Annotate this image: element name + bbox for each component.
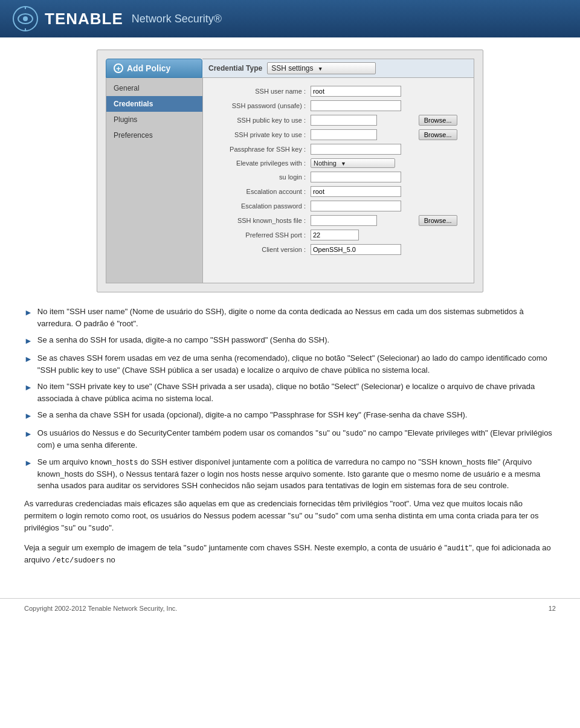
svg-point-2 — [23, 16, 28, 21]
input-su-login[interactable] — [311, 172, 401, 182]
code-known-hosts: known_hosts — [90, 459, 138, 467]
label-ssh-pubkey: SSH public key to use : — [211, 113, 308, 127]
label-su-login: su login : — [211, 170, 308, 184]
logo: TENABLE Network Security® — [12, 5, 222, 32]
credential-type-value: SSH settings — [271, 64, 313, 72]
add-policy-label: Add Policy — [127, 63, 170, 73]
sidebar-item-plugins[interactable]: Plugins — [106, 112, 202, 127]
bullet-text-3: Se as chaves SSH forem usadas em vez de … — [37, 352, 556, 376]
policy-sidebar: General Credentials Plugins Preferences — [106, 78, 203, 283]
footer-copyright: Copyright 2002-2012 Tenable Network Secu… — [24, 605, 177, 612]
ui-mockup: + Add Policy Credential Type SSH setting… — [97, 50, 483, 292]
input-known-hosts[interactable] — [311, 215, 377, 226]
code-su-1: su — [318, 430, 327, 438]
elevate-privileges-value: Nothing — [314, 159, 337, 167]
bullet-section: ► No item "SSH user name" (Nome de usuár… — [24, 306, 556, 567]
field-elevate: Elevate privileges with : Nothing ▼ — [211, 156, 465, 170]
input-passphrase[interactable] — [311, 144, 401, 155]
input-ssh-port[interactable] — [311, 230, 359, 240]
sidebar-item-general[interactable]: General — [106, 80, 202, 96]
add-policy-icon: + — [114, 63, 123, 73]
bullet-arrow-4: ► — [24, 381, 33, 394]
add-policy-header: + Add Policy — [106, 59, 202, 78]
field-client-version: Client version : — [211, 242, 465, 257]
logo-subtitle: Network Security® — [132, 13, 222, 25]
label-ssh-username: SSH user name : — [211, 84, 308, 98]
credential-type-arrow: ▼ — [318, 66, 323, 72]
bullet-list: ► No item "SSH user name" (Nome de usuár… — [24, 306, 556, 492]
browse-known-hosts-button[interactable]: Browse... — [419, 215, 457, 226]
input-ssh-pubkey[interactable] — [311, 115, 377, 126]
browse-privkey-button[interactable]: Browse... — [419, 129, 457, 140]
field-ssh-username: SSH user name : — [211, 84, 465, 98]
label-escalation-account: Escalation account : — [211, 184, 308, 199]
label-elevate: Elevate privileges with : — [211, 156, 308, 170]
field-known-hosts: SSH known_hosts file : Browse... — [211, 213, 465, 228]
field-ssh-password: SSH password (unsafe) : — [211, 98, 465, 113]
input-ssh-password[interactable] — [311, 100, 401, 111]
field-ssh-port: Preferred SSH port : — [211, 228, 465, 242]
field-passphrase: Passphrase for SSH key : — [211, 142, 465, 156]
input-escalation-account[interactable] — [311, 186, 401, 197]
tenable-logo-icon — [12, 5, 39, 32]
page-header: TENABLE Network Security® — [0, 0, 580, 37]
credential-type-label: Credential Type — [208, 64, 262, 72]
bullet-arrow-7: ► — [24, 457, 33, 469]
label-known-hosts: SSH known_hosts file : — [211, 213, 308, 228]
policy-form: SSH user name : SSH password (unsafe) : — [203, 78, 474, 283]
footer-page-number: 12 — [549, 605, 556, 612]
sidebar-item-preferences[interactable]: Preferences — [106, 127, 202, 143]
sidebar-item-credentials[interactable]: Credentials — [106, 96, 202, 112]
bullet-arrow-2: ► — [24, 335, 33, 347]
bullet-text-6: Os usuários do Nessus e do SecurityCente… — [37, 427, 556, 451]
bullet-2: ► Se a senha do SSH for usada, digite-a … — [24, 334, 556, 347]
field-ssh-pubkey: SSH public key to use : Browse... — [211, 113, 465, 127]
field-escalation-password: Escalation password : — [211, 199, 465, 213]
browse-pubkey-button[interactable]: Browse... — [419, 115, 457, 126]
code-sudoers: /etc/sudoers — [52, 556, 104, 565]
input-escalation-password[interactable] — [311, 201, 401, 211]
elevate-privileges-dropdown[interactable]: Nothing ▼ — [311, 158, 395, 168]
form-table: SSH user name : SSH password (unsafe) : — [211, 84, 465, 257]
input-ssh-username[interactable] — [311, 86, 401, 97]
input-client-version[interactable] — [311, 244, 401, 255]
code-su-para: su — [291, 512, 299, 521]
bullet-3: ► Se as chaves SSH forem usadas em vez d… — [24, 352, 556, 376]
credential-type-dropdown[interactable]: SSH settings ▼ — [267, 62, 376, 74]
code-sudo-1: sudo — [346, 430, 363, 438]
label-ssh-port: Preferred SSH port : — [211, 228, 308, 242]
bullet-text-7: Se um arquivo known_hosts do SSH estiver… — [37, 456, 556, 492]
logo-text-tenable: TENABLE — [45, 10, 123, 28]
code-sudo-veja: sudo — [186, 544, 204, 553]
bullet-7: ► Se um arquivo known_hosts do SSH estiv… — [24, 456, 556, 492]
field-ssh-privkey: SSH private key to use : Browse... — [211, 127, 465, 142]
bullet-text-4: No item "SSH private key to use" (Chave … — [37, 381, 556, 404]
paragraph-1: As varreduras credenciadas mais eficazes… — [24, 498, 556, 535]
field-su-login: su login : — [211, 170, 465, 184]
label-ssh-privkey: SSH private key to use : — [211, 127, 308, 142]
bullet-5: ► Se a senha da chave SSH for usada (opc… — [24, 409, 556, 422]
input-ssh-privkey[interactable] — [311, 129, 377, 140]
bullet-text-5: Se a senha da chave SSH for usada (opcio… — [37, 409, 468, 421]
bullet-arrow-1: ► — [24, 306, 33, 319]
bullet-4: ► No item "SSH private key to use" (Chav… — [24, 381, 556, 404]
bullet-arrow-5: ► — [24, 410, 33, 422]
bullet-6: ► Os usuários do Nessus e do SecurityCen… — [24, 427, 556, 451]
code-audit: audit — [447, 544, 469, 553]
paragraph-2: Veja a seguir um exemplo de imagem de te… — [24, 542, 556, 567]
label-ssh-password: SSH password (unsafe) : — [211, 98, 308, 113]
main-content: + Add Policy Credential Type SSH setting… — [0, 37, 580, 586]
bullet-arrow-6: ► — [24, 428, 33, 440]
label-client-version: Client version : — [211, 242, 308, 257]
code-sudo-para: sudo — [318, 512, 335, 521]
label-passphrase: Passphrase for SSH key : — [211, 142, 308, 156]
bullet-text-2: Se a senha do SSH for usada, digite-a no… — [37, 334, 329, 346]
policy-body: General Credentials Plugins Preferences … — [106, 78, 474, 283]
bullet-1: ► No item "SSH user name" (Nome de usuár… — [24, 306, 556, 329]
bullet-arrow-3: ► — [24, 353, 33, 366]
bullet-text-1: No item "SSH user name" (Nome de usuário… — [37, 306, 556, 329]
code-su-para2: su — [64, 524, 72, 533]
field-escalation-account: Escalation account : — [211, 184, 465, 199]
code-sudo-para2: sudo — [91, 524, 109, 533]
page-footer: Copyright 2002-2012 Tenable Network Secu… — [0, 598, 580, 618]
